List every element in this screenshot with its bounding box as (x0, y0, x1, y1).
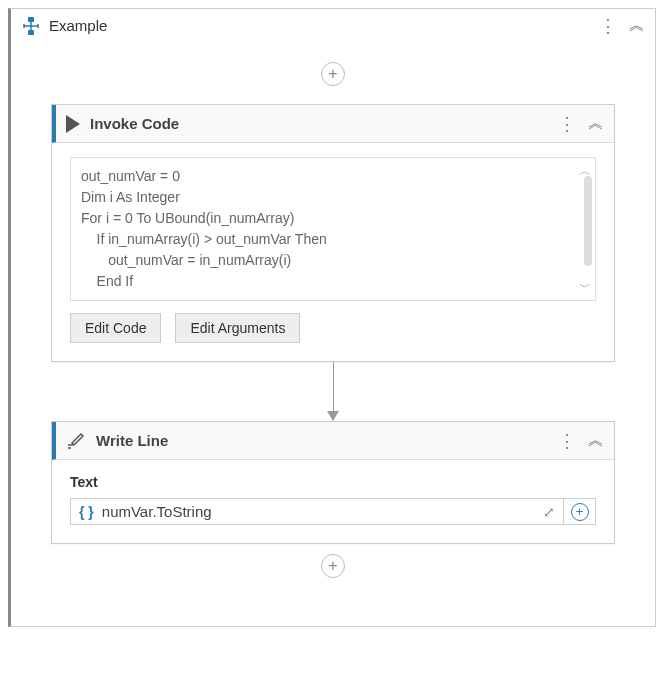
invoke-code-icon (66, 115, 80, 133)
code-line: out_numVar = in_numArray(i) (81, 250, 585, 271)
svg-rect-1 (28, 30, 34, 35)
add-expression-button[interactable]: + (564, 498, 596, 525)
connector-arrowhead-icon (327, 411, 339, 421)
invoke-code-collapse-button[interactable]: ︽ (588, 113, 604, 134)
invoke-code-buttons: Edit Code Edit Arguments (70, 313, 596, 343)
sequence-icon (21, 16, 41, 36)
code-line: End If (81, 271, 585, 292)
scrollbar[interactable] (584, 176, 592, 266)
invoke-code-options-button[interactable]: ⋮ (558, 115, 576, 133)
svg-rect-0 (28, 17, 34, 22)
connector-arrow (51, 362, 615, 421)
invoke-code-activity[interactable]: Invoke Code ⋮ ︽ ︿ out_numVar = 0 Dim i A… (51, 104, 615, 362)
write-line-title[interactable]: Write Line (96, 432, 548, 449)
invoke-code-title[interactable]: Invoke Code (90, 115, 548, 132)
write-line-activity[interactable]: Write Line ⋮ ︽ Text { } numVar.ToString … (51, 421, 615, 544)
add-bottom-row: + (51, 544, 615, 596)
code-line: out_numVar = 0 (81, 166, 585, 187)
sequence-container: Example ⋮ ︽ + Invoke Code ⋮ ︽ ︿ (8, 8, 656, 627)
code-preview[interactable]: ︿ out_numVar = 0 Dim i As Integer For i … (70, 157, 596, 301)
invoke-code-header: Invoke Code ⋮ ︽ (52, 105, 614, 143)
scroll-down-icon[interactable]: ﹀ (579, 278, 591, 296)
write-line-header: Write Line ⋮ ︽ (52, 422, 614, 460)
sequence-collapse-button[interactable]: ︽ (629, 15, 645, 36)
edit-code-button[interactable]: Edit Code (70, 313, 161, 343)
expand-expression-button[interactable]: ⤢ (543, 504, 555, 520)
sequence-options-button[interactable]: ⋮ (599, 17, 617, 35)
add-top-row: + (51, 52, 615, 104)
sequence-header: Example ⋮ ︽ (11, 9, 655, 42)
add-activity-button[interactable]: + (321, 554, 345, 578)
plus-circle-icon: + (571, 503, 589, 521)
write-line-body: Text { } numVar.ToString ⤢ + (52, 460, 614, 543)
write-line-collapse-button[interactable]: ︽ (588, 430, 604, 451)
sequence-title[interactable]: Example (49, 17, 591, 34)
connector-line (333, 362, 334, 412)
text-property-label: Text (70, 474, 596, 490)
expression-brace-icon: { } (79, 504, 94, 520)
code-line: Dim i As Integer (81, 187, 585, 208)
edit-arguments-button[interactable]: Edit Arguments (175, 313, 300, 343)
write-line-options-button[interactable]: ⋮ (558, 432, 576, 450)
code-line: For i = 0 To UBound(in_numArray) (81, 208, 585, 229)
add-activity-button[interactable]: + (321, 62, 345, 86)
code-line: If in_numArray(i) > out_numVar Then (81, 229, 585, 250)
invoke-code-body: ︿ out_numVar = 0 Dim i As Integer For i … (52, 143, 614, 361)
text-expression-value: numVar.ToString (102, 503, 535, 520)
write-line-icon (66, 431, 86, 451)
text-expression-input[interactable]: { } numVar.ToString ⤢ (70, 498, 564, 525)
text-expression-row: { } numVar.ToString ⤢ + (70, 498, 596, 525)
sequence-body: + Invoke Code ⋮ ︽ ︿ out_numVar = 0 Dim i… (11, 42, 655, 626)
